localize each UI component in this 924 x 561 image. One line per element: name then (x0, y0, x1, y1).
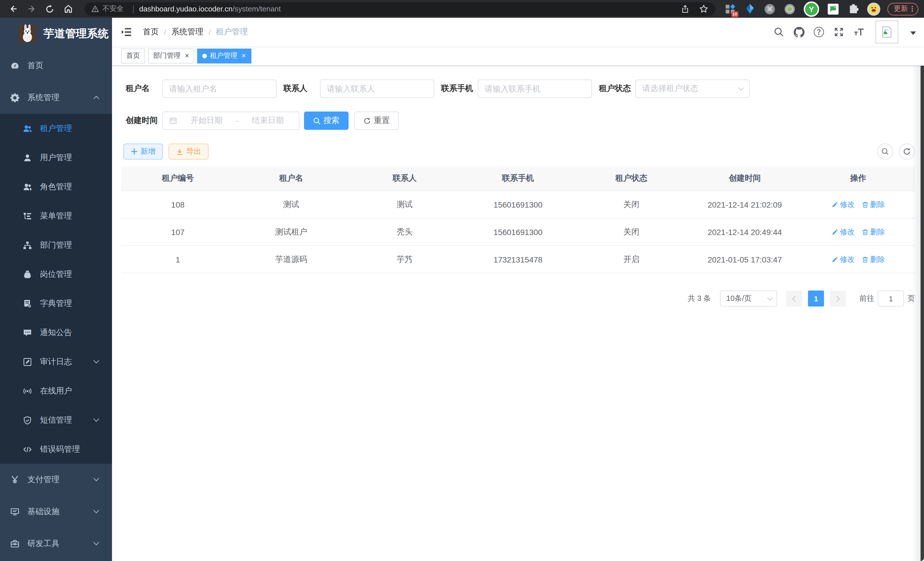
chevron-down-icon (93, 540, 99, 545)
sidebar-item-online-users[interactable]: 在线用户 (0, 376, 112, 405)
refresh-icon (363, 117, 371, 124)
sidebar-item-sms[interactable]: 短信管理 (0, 405, 112, 435)
pagination-total: 共 3 条 (688, 293, 711, 304)
sidebar-item-label: 菜单管理 (40, 211, 72, 221)
post-icon (23, 270, 32, 279)
extension-command-icon[interactable]: ⌘ (764, 3, 776, 15)
sidebar-item-tenant[interactable]: 租户管理 (0, 114, 112, 143)
bookmark-star-icon[interactable] (699, 4, 709, 14)
chevron-right-icon (834, 296, 840, 301)
browser-update-button[interactable]: 更新 (887, 3, 918, 15)
chevron-down-icon (93, 475, 99, 481)
mobile-input[interactable] (478, 80, 592, 98)
page-content: 租户名 联系人 联系手机 租户状态 (112, 66, 924, 561)
delete-link[interactable]: 删除 (862, 227, 885, 237)
jump-page-input[interactable]: 1 (878, 290, 904, 307)
breadcrumb-system[interactable]: 系统管理 (171, 27, 203, 37)
status-select[interactable]: 请选择租户状态 (635, 80, 750, 98)
tab-home[interactable]: 首页 (121, 48, 145, 63)
sidebar-toggle-icon[interactable] (121, 26, 133, 38)
page-url[interactable]: dashboard.yudao.iocoder.cn/system/tenant (139, 5, 281, 13)
export-button[interactable]: 导出 (169, 144, 208, 159)
prev-page-button[interactable] (786, 290, 802, 307)
page-number-1[interactable]: 1 (808, 290, 824, 307)
avatar-dropdown-caret[interactable] (910, 32, 916, 35)
extension-tiles-icon[interactable]: 10 (723, 3, 736, 15)
profile-avatar-icon[interactable] (867, 2, 880, 16)
hide-search-button[interactable] (877, 144, 893, 159)
tab-dept[interactable]: 部门管理 ✕ (148, 48, 195, 63)
fullscreen-icon[interactable] (833, 26, 844, 38)
close-tab-icon[interactable]: ✕ (184, 53, 189, 59)
github-icon[interactable] (793, 26, 805, 38)
edit-link[interactable]: 修改 (831, 254, 855, 265)
add-button[interactable]: 新增 (123, 144, 163, 159)
sidebar-item-label: 租户管理 (40, 123, 72, 134)
refresh-table-button[interactable] (899, 144, 915, 159)
sidebar-item-label: 岗位管理 (40, 269, 72, 279)
sidebar-item-post[interactable]: 岗位管理 (0, 260, 112, 289)
security-label[interactable]: 不安全 (102, 4, 124, 14)
extension-green-dot-icon[interactable] (783, 3, 796, 15)
chevron-down-icon (767, 295, 773, 300)
status-text: 关闭 (574, 199, 688, 210)
search-icon (313, 117, 321, 124)
create-time-range-picker[interactable]: 开始日期 - 结束日期 (162, 111, 299, 130)
extension-puzzle-icon[interactable] (847, 3, 860, 15)
browser-home-button[interactable] (61, 2, 75, 16)
tab-tenant[interactable]: 租户管理 ✕ (197, 48, 251, 63)
browser-reload-button[interactable] (42, 2, 57, 16)
infra-icon (10, 507, 20, 516)
user-avatar-broken-image[interactable] (875, 21, 898, 44)
sidebar-item-notice[interactable]: 通知公告 (0, 318, 112, 347)
address-bar[interactable]: 不安全 dashboard.yudao.iocoder.cn/system/te… (85, 2, 716, 16)
sidebar-item-label: 基础设施 (27, 507, 59, 517)
sidebar-item-label: 部门管理 (40, 240, 72, 250)
sidebar-item-home[interactable]: 首页 (0, 50, 112, 82)
sidebar-item-devtools[interactable]: 研发工具 (0, 528, 112, 560)
edit-link[interactable]: 修改 (831, 199, 855, 210)
search-button[interactable]: 搜索 (304, 111, 349, 130)
table-toolbar: 新增 导出 (121, 144, 915, 159)
sidebar-item-menu[interactable]: 菜单管理 (0, 201, 112, 230)
sidebar-item-label: 通知公告 (40, 327, 72, 338)
delete-link[interactable]: 删除 (862, 254, 885, 265)
sidebar-item-user[interactable]: 用户管理 (0, 143, 112, 172)
app-logo[interactable]: 芋道管理系统 (0, 18, 112, 50)
browser-back-button[interactable] (6, 2, 21, 16)
delete-icon (862, 256, 868, 263)
help-icon[interactable] (813, 26, 825, 38)
pay-icon (10, 475, 20, 484)
header-search-icon[interactable] (773, 26, 784, 38)
browser-forward-button[interactable] (24, 2, 39, 16)
sidebar-item-label: 错误码管理 (40, 444, 80, 454)
extension-chat-icon[interactable] (827, 3, 839, 15)
close-tab-icon[interactable]: ✕ (242, 53, 246, 59)
sidebar-item-system[interactable]: 系统管理 (0, 82, 112, 114)
org-icon (23, 241, 32, 250)
edit-link[interactable]: 修改 (831, 227, 855, 237)
breadcrumb-home[interactable]: 首页 (143, 27, 159, 37)
sidebar-item-pay[interactable]: 支付管理 (0, 464, 112, 496)
reset-button[interactable]: 重置 (354, 111, 399, 130)
sidebar-item-error-code[interactable]: 错误码管理 (0, 435, 112, 464)
sidebar-item-dept[interactable]: 部门管理 (0, 230, 112, 260)
sidebar-item-infra[interactable]: 基础设施 (0, 496, 112, 528)
next-page-button[interactable] (830, 290, 846, 307)
font-size-icon[interactable] (853, 26, 865, 38)
filter-form: 租户名 联系人 联系手机 租户状态 (121, 80, 915, 130)
contact-input[interactable] (320, 80, 434, 98)
sidebar-item-label: 字典管理 (40, 298, 72, 308)
page-size-select[interactable]: 10条/页 (720, 290, 777, 307)
extension-kite-icon[interactable] (743, 3, 756, 15)
sidebar-item-audit-log[interactable]: 审计日志 (0, 347, 112, 376)
delete-link[interactable]: 删除 (862, 199, 885, 210)
tenant-name-label: 租户名 (126, 83, 162, 94)
sidebar-item-dict[interactable]: 字典管理 (0, 289, 112, 318)
extension-y-icon[interactable]: Y (803, 1, 819, 17)
share-icon[interactable] (681, 4, 690, 14)
tenant-name-input[interactable] (162, 80, 277, 98)
sidebar-item-role[interactable]: 角色管理 (0, 172, 112, 201)
chevron-down-icon (93, 508, 99, 513)
top-navbar: 首页 / 系统管理 / 租户管理 (112, 18, 924, 46)
